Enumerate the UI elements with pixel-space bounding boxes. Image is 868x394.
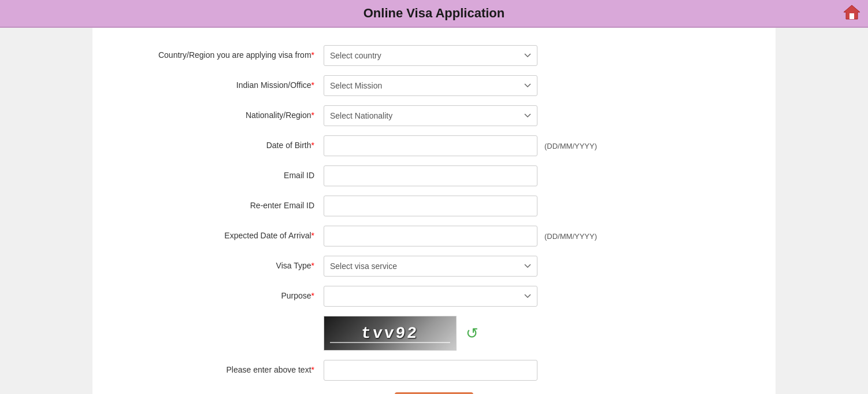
captcha-image: tvv92 xyxy=(324,316,457,351)
dob-required: * xyxy=(311,141,314,150)
purpose-required: * xyxy=(311,291,314,300)
nationality-row: Nationality/Region* Select Nationality xyxy=(116,105,752,126)
svg-rect-2 xyxy=(850,13,854,19)
mission-required: * xyxy=(311,80,314,90)
arrival-row: Expected Date of Arrival* (DD/MM/YYYY) xyxy=(116,226,752,246)
captcha-display-text: tvv92 xyxy=(361,325,420,343)
arrival-hint: (DD/MM/YYYY) xyxy=(544,232,597,241)
visa-type-row: Visa Type* Select visa service xyxy=(116,256,752,277)
mission-label: Indian Mission/Office* xyxy=(116,80,324,91)
dob-hint: (DD/MM/YYYY) xyxy=(544,142,597,150)
arrival-label: Expected Date of Arrival* xyxy=(116,230,324,242)
email-label: Email ID xyxy=(116,170,324,182)
visa-type-required: * xyxy=(311,261,314,270)
country-row: Country/Region you are applying visa fro… xyxy=(116,45,752,66)
email-row: Email ID xyxy=(116,165,752,186)
arrival-required: * xyxy=(311,231,314,240)
email-input[interactable] xyxy=(324,165,537,186)
purpose-row: Purpose* xyxy=(116,286,752,307)
mission-row: Indian Mission/Office* Select Mission xyxy=(116,75,752,96)
captcha-row: Please enter above text* xyxy=(116,360,752,381)
re-email-row: Re-enter Email ID xyxy=(116,196,752,216)
header-bar: Online Visa Application xyxy=(0,0,868,28)
home-icon-container[interactable] xyxy=(841,2,862,25)
country-select[interactable]: Select country xyxy=(324,45,537,66)
re-email-input[interactable] xyxy=(324,196,537,216)
country-label: Country/Region you are applying visa fro… xyxy=(116,50,324,61)
nationality-label: Nationality/Region* xyxy=(116,110,324,121)
re-email-label: Re-enter Email ID xyxy=(116,200,324,212)
form-container: Country/Region you are applying visa fro… xyxy=(92,39,776,394)
nationality-required: * xyxy=(311,111,314,120)
nationality-select[interactable]: Select Nationality xyxy=(324,105,537,126)
refresh-captcha-icon[interactable]: ↺ xyxy=(466,325,478,343)
dob-row: Date of Birth* (DD/MM/YYYY) xyxy=(116,135,752,156)
dob-label: Date of Birth* xyxy=(116,140,324,152)
captcha-section: tvv92 ↺ xyxy=(324,316,478,351)
captcha-input[interactable] xyxy=(324,360,537,381)
mission-select[interactable]: Select Mission xyxy=(324,75,537,96)
visa-type-label: Visa Type* xyxy=(116,260,324,272)
page-title: Online Visa Application xyxy=(0,6,868,21)
captcha-label: Please enter above text* xyxy=(116,364,324,376)
captcha-image-row: tvv92 ↺ xyxy=(116,316,752,351)
main-content: Country/Region you are applying visa fro… xyxy=(92,28,776,394)
dob-input[interactable] xyxy=(324,135,537,156)
home-icon[interactable] xyxy=(841,2,862,23)
purpose-label: Purpose* xyxy=(116,290,324,302)
purpose-select[interactable] xyxy=(324,286,537,307)
country-required: * xyxy=(311,50,314,60)
captcha-required: * xyxy=(311,365,314,374)
visa-type-select[interactable]: Select visa service xyxy=(324,256,537,277)
arrival-input[interactable] xyxy=(324,226,537,246)
